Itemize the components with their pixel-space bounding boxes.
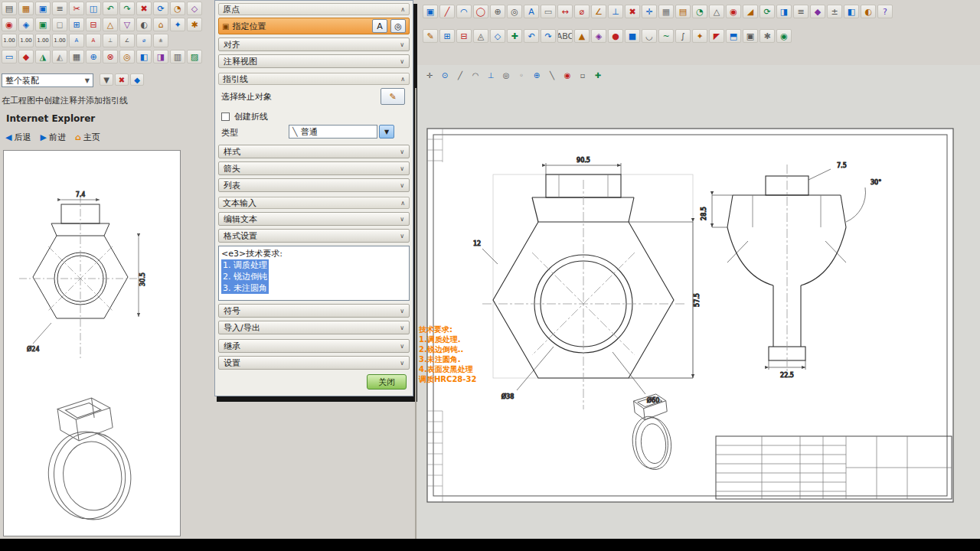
add-icon[interactable]: ✚ (507, 29, 522, 43)
zoom-icon[interactable]: ◎ (507, 5, 522, 18)
wave-icon[interactable]: ~ (658, 29, 674, 43)
settings-bar[interactable]: 设置 ∨ (218, 356, 410, 370)
zoom-in-icon[interactable]: ⊕ (490, 5, 505, 18)
view-split-icon[interactable]: ◧ (844, 5, 859, 18)
abc-icon[interactable]: ABC (557, 29, 573, 43)
back-button[interactable]: ◀ 后退 (2, 130, 34, 145)
rows-icon[interactable]: ▥ (170, 50, 185, 64)
type-combo[interactable]: ╲ 普通 (289, 125, 377, 139)
origin-section-header[interactable]: 原点 ∧ (218, 3, 410, 15)
text-input-section-header[interactable]: 文本输入 ∧ (218, 197, 410, 209)
text-a-icon[interactable]: A (69, 34, 84, 47)
redo2-icon[interactable]: ↷ (541, 29, 556, 43)
square-icon[interactable]: ■ (625, 29, 640, 43)
half-right-icon[interactable]: ◨ (153, 50, 168, 64)
undo-icon[interactable]: ↶ (103, 2, 118, 15)
home-view-icon[interactable]: ⌂ (153, 18, 168, 31)
delete-dim-icon[interactable]: ✖ (625, 5, 640, 18)
solid-diamond-icon[interactable]: ◆ (18, 50, 34, 64)
redo-icon[interactable]: ↷ (119, 2, 135, 15)
frame-icon[interactable]: ◻ (52, 18, 67, 31)
node-snap-icon[interactable]: ◦ (514, 69, 528, 81)
diameter-icon[interactable]: ⌀ (136, 34, 152, 47)
point-snap-icon[interactable]: ✛ (423, 69, 436, 81)
diag-snap-icon[interactable]: ╲ (545, 69, 559, 81)
dim-diameter-icon[interactable]: ⌀ (574, 5, 590, 18)
rect-icon[interactable]: ▭ (2, 50, 17, 64)
target-point-icon[interactable]: ◉ (726, 5, 741, 18)
edit-text-bar[interactable]: 编辑文本 ∨ (218, 212, 410, 226)
datum-icon[interactable]: ⊥ (608, 5, 623, 18)
select-object-button[interactable]: ✎ (381, 88, 405, 105)
pencil-icon[interactable]: ✎ (423, 29, 438, 43)
sketch-icon[interactable]: ▣ (423, 5, 438, 18)
copy2-icon[interactable]: ▣ (743, 29, 758, 43)
hatch-icon[interactable]: ▨ (187, 50, 202, 64)
undo2-icon[interactable]: ↶ (524, 29, 539, 43)
move-icon[interactable]: ✛ (642, 5, 657, 18)
create-polyline-row[interactable]: 创建折线 (221, 111, 268, 122)
forward-button[interactable]: ▶ 前进 (36, 130, 69, 145)
nabla-icon[interactable]: ▽ (119, 18, 135, 31)
angle-icon[interactable]: ∠ (119, 34, 135, 47)
polygon-icon[interactable]: ◬ (473, 29, 488, 43)
panel-divider[interactable] (415, 88, 416, 540)
delete-icon[interactable]: ✖ (136, 2, 152, 15)
scale-100c-icon[interactable]: 1.00 (35, 34, 51, 47)
open-folder-icon[interactable]: ▦ (18, 2, 34, 15)
snap-icon[interactable]: ◆ (810, 5, 825, 18)
create-polyline-checkbox[interactable] (221, 112, 230, 121)
shade-icon[interactable]: ◐ (861, 5, 876, 18)
close-button[interactable]: 关闭 (367, 374, 407, 390)
home-button[interactable]: ⌂ 主页 (71, 130, 104, 145)
arc-icon[interactable]: ◠ (456, 5, 472, 18)
dia-solid-icon[interactable]: ◈ (591, 29, 606, 43)
arc2-icon[interactable]: ◡ (642, 29, 657, 43)
scale-100d-icon[interactable]: 1.00 (52, 34, 67, 47)
outline-icon[interactable]: ◭ (52, 50, 67, 64)
star-icon[interactable]: ✦ (170, 18, 185, 31)
triangle-icon[interactable]: △ (103, 18, 118, 31)
trim-icon[interactable]: ⊟ (456, 29, 472, 43)
preview-viewer[interactable]: 7.4 30.5 Ø24 (3, 150, 181, 536)
layers-icon[interactable]: ≡ (793, 5, 808, 18)
refresh-icon[interactable]: ⟳ (153, 2, 168, 15)
weld-symbol-icon[interactable]: △ (709, 5, 724, 18)
save-icon[interactable]: ▣ (35, 2, 51, 15)
circle-icon[interactable]: ◯ (473, 5, 488, 18)
filter-icon[interactable]: ▼ (100, 73, 113, 86)
center-snap-icon[interactable]: ⊙ (438, 69, 452, 81)
type-dropdown-button[interactable]: ▼ (379, 125, 394, 139)
balloon-icon[interactable]: ◔ (692, 5, 707, 18)
gear-icon[interactable]: ✱ (760, 29, 775, 43)
drawing-canvas[interactable]: 90.5 57.5 12 Ø38 Ø60 (417, 65, 980, 540)
table-icon[interactable]: ▤ (675, 5, 691, 18)
point-icon[interactable]: ◉ (2, 18, 17, 31)
hexagon-icon[interactable]: ◇ (490, 29, 505, 43)
arrow-bar[interactable]: 箭头 ∨ (218, 161, 410, 175)
note-icon[interactable]: ▭ (541, 5, 556, 18)
dim-angle-icon[interactable]: ∠ (591, 5, 606, 18)
pentagon-icon[interactable]: ◮ (35, 50, 51, 64)
add-view-icon[interactable]: ⊞ (69, 18, 84, 31)
oplus-icon[interactable]: ⊕ (86, 50, 101, 64)
xyz-icon[interactable]: ◢ (743, 5, 758, 18)
remove-view-icon[interactable]: ⊟ (86, 18, 101, 31)
text-a-red-icon[interactable]: A (86, 34, 101, 47)
leader-section-header[interactable]: 指引线 ∧ (218, 73, 410, 85)
target-icon[interactable]: ◎ (119, 50, 135, 64)
import-export-bar[interactable]: 导入/导出 ∨ (218, 321, 410, 334)
annotation-style-button[interactable]: A (372, 19, 387, 33)
selection-scope-combo[interactable]: 整个装配 ▼ (2, 73, 93, 87)
arc-snap-icon[interactable]: ◠ (469, 69, 482, 81)
formatting-bar[interactable]: 格式设置 ∨ (218, 229, 410, 243)
symbol-bar[interactable]: 符号 ∨ (218, 304, 410, 318)
print-icon[interactable]: ≡ (52, 2, 67, 15)
line-snap-icon[interactable]: ╱ (453, 69, 467, 81)
scale-100b-icon[interactable]: 1.00 (18, 34, 34, 47)
note-text-area[interactable]: <e3>技术要求:1. 调质处理2. 锐边倒钝3. 未注圆角 (218, 246, 410, 301)
integral-icon[interactable]: ∫ (675, 29, 691, 43)
new-file-icon[interactable]: ▤ (2, 2, 17, 15)
align-bar[interactable]: 对齐 ∨ (218, 37, 410, 51)
sphere-icon[interactable]: ◔ (170, 2, 185, 15)
